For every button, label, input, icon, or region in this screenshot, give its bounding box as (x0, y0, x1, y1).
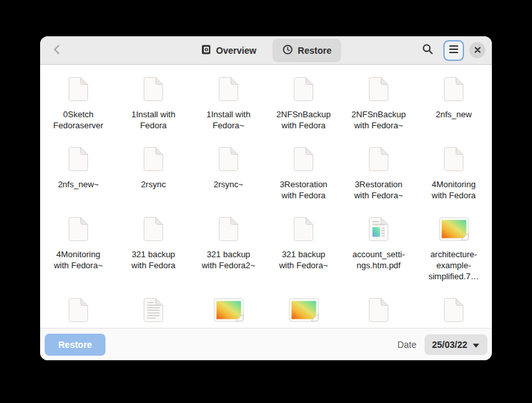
doc-file-icon (142, 145, 164, 172)
magnifier-icon (422, 43, 434, 57)
file-item[interactable]: 4Monitoring with Fedora~ (41, 215, 116, 296)
file-label: 3Restoration with Fedora (280, 179, 327, 201)
doc-file-icon (293, 145, 315, 172)
file-label: 2NFSnBackup with Fedora (276, 109, 331, 131)
doc-file-icon (443, 75, 465, 102)
file-label: 1Install with Fedora (131, 109, 175, 131)
doc-file-icon (217, 215, 239, 242)
file-item[interactable] (266, 296, 341, 328)
clock-icon (282, 44, 293, 57)
image-file-icon (214, 296, 244, 323)
file-label: architecture- example- simplified.7… (428, 249, 479, 282)
file-item[interactable]: 2nfs_new~ (41, 145, 116, 215)
file-item[interactable] (341, 296, 416, 328)
file-label: 321 backup with Fedora~ (279, 249, 328, 271)
file-label: 0Sketch Fedoraserver (53, 109, 103, 131)
date-label: Date (397, 340, 417, 350)
file-item[interactable]: 2NFSnBackup with Fedora~ (341, 75, 416, 145)
file-item[interactable]: 2nfs_new (416, 75, 491, 145)
file-item[interactable]: 3Restoration with Fedora (266, 145, 341, 215)
date-value: 25/03/22 (432, 340, 468, 350)
doc-file-icon (67, 215, 89, 242)
file-item[interactable] (116, 296, 191, 328)
file-label: 4Monitoring with Fedora (432, 179, 476, 201)
file-item[interactable]: 321 backup with Fedora (116, 215, 191, 296)
doc-file-icon (368, 296, 390, 323)
file-item[interactable]: 321 backup with Fedora2~ (191, 215, 266, 296)
file-item[interactable] (191, 296, 266, 328)
header-bar: Overview Restore (40, 36, 492, 65)
app-window: Overview Restore (40, 36, 492, 360)
doc-file-icon (67, 296, 89, 323)
file-item[interactable] (416, 296, 491, 328)
doc-file-icon (217, 75, 239, 102)
file-label: account_setti- ngs.htm.pdf (353, 249, 405, 271)
file-item[interactable]: architecture- example- simplified.7… (416, 215, 491, 296)
back-button[interactable] (47, 40, 67, 61)
file-item[interactable]: 2NFSnBackup with Fedora (266, 75, 341, 145)
file-item[interactable]: 4Monitoring with Fedora (416, 145, 491, 215)
doc-file-icon (67, 75, 89, 102)
date-dropdown[interactable]: 25/03/22 (425, 334, 488, 355)
file-label: 2nfs_new~ (58, 179, 98, 190)
doc-file-icon (368, 75, 390, 102)
doc-file-icon (293, 75, 315, 102)
action-bar: Restore Date 25/03/22 (40, 328, 492, 360)
file-label: 321 backup with Fedora (131, 249, 175, 271)
close-x-icon (474, 45, 481, 55)
doc-file-icon (443, 145, 465, 172)
doc-file-icon (217, 145, 239, 172)
pdf-file-icon (368, 215, 390, 242)
restore-button[interactable]: Restore (45, 334, 105, 356)
file-label: 2NFSnBackup with Fedora~ (351, 109, 406, 131)
file-label: 2rsync~ (214, 179, 243, 190)
doc-file-icon (142, 215, 164, 242)
file-item[interactable]: account_setti- ngs.htm.pdf (341, 215, 416, 296)
view-switcher: Overview Restore (191, 39, 341, 62)
doc-file-icon (67, 145, 89, 172)
file-item[interactable] (41, 296, 116, 328)
file-grid: 0Sketch Fedoraserver1Install with Fedora… (40, 65, 492, 328)
search-button[interactable] (417, 40, 438, 61)
close-button[interactable] (469, 42, 485, 58)
file-item[interactable]: 1Install with Fedora (116, 75, 191, 145)
chevron-left-icon (51, 43, 63, 58)
header-left (47, 40, 191, 61)
file-label: 2rsync (141, 179, 166, 190)
text-file-icon (142, 296, 164, 323)
file-item[interactable]: 2rsync~ (191, 145, 266, 215)
file-item[interactable]: 2rsync (116, 145, 191, 215)
file-item[interactable]: 0Sketch Fedoraserver (41, 75, 116, 145)
safe-icon (201, 44, 212, 57)
doc-file-icon (443, 296, 465, 323)
tab-overview-label: Overview (216, 45, 256, 56)
file-label: 4Monitoring with Fedora~ (54, 249, 103, 271)
doc-file-icon (142, 75, 164, 102)
header-right (341, 40, 485, 61)
hamburger-menu-icon (449, 45, 459, 56)
image-file-icon (439, 215, 469, 242)
tab-restore[interactable]: Restore (272, 39, 341, 62)
file-item[interactable]: 3Restoration with Fedora~ (341, 145, 416, 215)
doc-file-icon (293, 215, 315, 242)
tab-overview[interactable]: Overview (191, 39, 266, 62)
chevron-down-icon (472, 340, 480, 350)
main-menu-button[interactable] (443, 40, 464, 61)
file-label: 2nfs_new (436, 109, 472, 120)
doc-file-icon (368, 145, 390, 172)
image-file-icon (289, 296, 319, 323)
file-label: 321 backup with Fedora2~ (202, 249, 256, 271)
file-label: 1Install with Fedora~ (206, 109, 250, 131)
tab-restore-label: Restore (298, 45, 331, 56)
file-item[interactable]: 1Install with Fedora~ (191, 75, 266, 145)
file-item[interactable]: 321 backup with Fedora~ (266, 215, 341, 296)
file-label: 3Restoration with Fedora~ (354, 179, 403, 201)
date-chooser: Date 25/03/22 (397, 334, 487, 355)
